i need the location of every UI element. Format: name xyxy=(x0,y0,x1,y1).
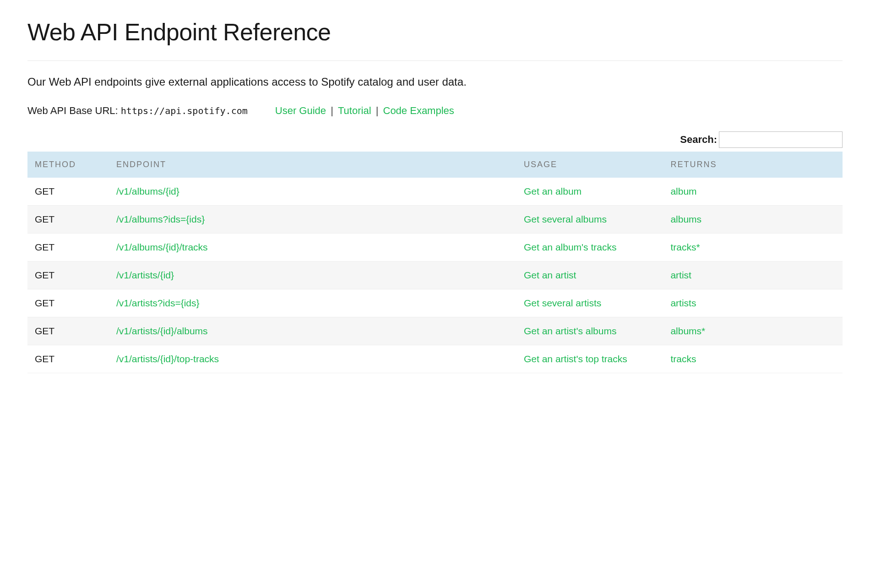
header-usage: USAGE xyxy=(517,152,663,178)
code-examples-link[interactable]: Code Examples xyxy=(383,105,454,116)
cell-method: GET xyxy=(27,317,109,345)
usage-link[interactable]: Get an album's tracks xyxy=(524,242,616,252)
endpoint-link[interactable]: /v1/artists?ids={ids} xyxy=(116,298,200,308)
divider xyxy=(27,60,843,61)
endpoint-link[interactable]: /v1/artists/{id}/top-tracks xyxy=(116,354,219,364)
usage-link[interactable]: Get an artist xyxy=(524,270,576,280)
table-row: GET /v1/artists/{id}/top-tracks Get an a… xyxy=(27,345,843,373)
base-url-value: https://api.spotify.com xyxy=(121,105,248,116)
table-row: GET /v1/artists/{id}/albums Get an artis… xyxy=(27,317,843,345)
returns-link[interactable]: album xyxy=(670,186,696,196)
intro-text: Our Web API endpoints give external appl… xyxy=(27,76,843,88)
usage-link[interactable]: Get several albums xyxy=(524,214,607,224)
cell-method: GET xyxy=(27,206,109,234)
endpoint-link[interactable]: /v1/albums/{id}/tracks xyxy=(116,242,208,252)
usage-link[interactable]: Get several artists xyxy=(524,298,601,308)
cell-method: GET xyxy=(27,261,109,289)
tutorial-link[interactable]: Tutorial xyxy=(338,105,371,116)
page-title: Web API Endpoint Reference xyxy=(27,18,843,46)
returns-link[interactable]: artists xyxy=(670,298,696,308)
endpoints-table: METHOD ENDPOINT USAGE RETURNS GET /v1/al… xyxy=(27,152,843,373)
cell-method: GET xyxy=(27,289,109,317)
returns-link[interactable]: albums xyxy=(670,214,701,224)
user-guide-link[interactable]: User Guide xyxy=(275,105,326,116)
table-row: GET /v1/albums/{id} Get an album album xyxy=(27,178,843,206)
endpoint-link[interactable]: /v1/albums?ids={ids} xyxy=(116,214,205,224)
cell-method: GET xyxy=(27,345,109,373)
table-row: GET /v1/artists?ids={ids} Get several ar… xyxy=(27,289,843,317)
table-header-row: METHOD ENDPOINT USAGE RETURNS xyxy=(27,152,843,178)
cell-method: GET xyxy=(27,234,109,261)
endpoint-link[interactable]: /v1/albums/{id} xyxy=(116,186,179,196)
search-row: Search: xyxy=(27,131,843,148)
search-input[interactable] xyxy=(719,131,843,148)
link-separator: | xyxy=(376,105,381,116)
search-label: Search: xyxy=(680,134,717,146)
link-separator: | xyxy=(331,105,336,116)
usage-link[interactable]: Get an album xyxy=(524,186,582,196)
cell-method: GET xyxy=(27,178,109,206)
returns-link[interactable]: tracks xyxy=(670,354,696,364)
usage-link[interactable]: Get an artist's top tracks xyxy=(524,354,627,364)
base-url-block: Web API Base URL: https://api.spotify.co… xyxy=(27,105,248,117)
endpoint-link[interactable]: /v1/artists/{id}/albums xyxy=(116,326,208,336)
base-url-label: Web API Base URL: xyxy=(27,105,121,116)
table-row: GET /v1/albums?ids={ids} Get several alb… xyxy=(27,206,843,234)
table-row: GET /v1/albums/{id}/tracks Get an album'… xyxy=(27,234,843,261)
returns-link[interactable]: albums* xyxy=(670,326,705,336)
endpoint-link[interactable]: /v1/artists/{id} xyxy=(116,270,174,280)
usage-link[interactable]: Get an artist's albums xyxy=(524,326,616,336)
header-method: METHOD xyxy=(27,152,109,178)
doc-links: User Guide | Tutorial | Code Examples xyxy=(275,105,454,117)
header-endpoint: ENDPOINT xyxy=(109,152,517,178)
returns-link[interactable]: tracks* xyxy=(670,242,700,252)
header-returns: RETURNS xyxy=(663,152,843,178)
table-row: GET /v1/artists/{id} Get an artist artis… xyxy=(27,261,843,289)
returns-link[interactable]: artist xyxy=(670,270,691,280)
base-url-row: Web API Base URL: https://api.spotify.co… xyxy=(27,105,843,117)
